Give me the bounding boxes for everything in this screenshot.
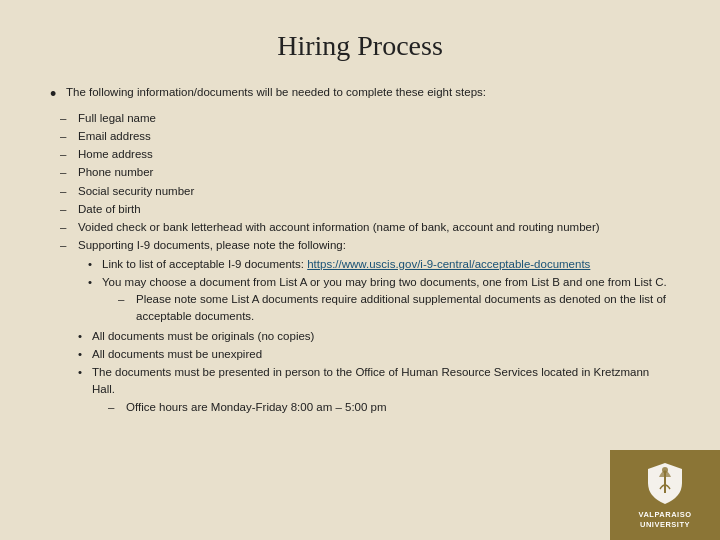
i9-link-item: • Link to list of acceptable I-9 documen… <box>88 256 670 273</box>
i9-note-list: – Please note some List A documents requ… <box>102 291 670 326</box>
dash-icon: – <box>60 183 78 200</box>
i9-link-text: Link to list of acceptable I-9 documents… <box>102 256 590 273</box>
list-item-dob: –Date of birth <box>60 201 670 218</box>
dash-icon: – <box>118 291 136 308</box>
i9-note-item: – Please note some List A documents requ… <box>118 291 670 326</box>
list-item-i9: – Supporting I-9 documents, please note … <box>60 237 670 418</box>
dash-icon: – <box>60 219 78 236</box>
dash-icon: – <box>108 399 126 416</box>
i9-link[interactable]: https://www.uscis.gov/i-9-central/accept… <box>307 258 590 270</box>
bullet-dot-icon: • <box>50 84 66 106</box>
sub-bullet-icon: • <box>88 256 102 273</box>
list-item: –Email address <box>60 128 670 145</box>
list-item: –Phone number <box>60 164 670 181</box>
i9-choice-text: You may choose a document from List A or… <box>102 274 670 327</box>
dash-icon: – <box>60 237 78 254</box>
list-item: –Full legal name <box>60 110 670 127</box>
top-bullet-item: • The following information/documents wi… <box>50 84 670 106</box>
in-person-text: The documents must be presented in perso… <box>92 364 670 417</box>
final-bullet-inperson: • The documents must be presented in per… <box>78 364 670 417</box>
dash-icon: – <box>60 164 78 181</box>
page-title: Hiring Process <box>50 30 670 62</box>
sub-bullet-icon: • <box>78 364 92 381</box>
dash-icon: – <box>60 110 78 127</box>
university-name: VALPARAISO UNIVERSITY <box>638 510 691 530</box>
dash-icon: – <box>60 201 78 218</box>
main-bullet-text: The following information/documents will… <box>66 84 486 101</box>
main-content: • The following information/documents wi… <box>50 84 670 418</box>
sub-bullet-icon: • <box>78 328 92 345</box>
list-item-ssn: –Social security number <box>60 183 670 200</box>
i9-section: Supporting I-9 documents, please note th… <box>78 237 670 418</box>
office-hours-item: – Office hours are Monday-Friday 8:00 am… <box>108 399 670 416</box>
i9-list-choice: • You may choose a document from List A … <box>88 274 670 327</box>
sub-bullet-icon: • <box>78 346 92 363</box>
university-logo: VALPARAISO UNIVERSITY <box>610 450 720 540</box>
shield-icon <box>646 461 684 506</box>
sub-bullet-icon: • <box>88 274 102 291</box>
list-item: –Voided check or bank letterhead with ac… <box>60 219 670 236</box>
page: Hiring Process • The following informati… <box>0 0 720 540</box>
i9-sub-list: • Link to list of acceptable I-9 documen… <box>78 256 670 327</box>
dash-icon: – <box>60 146 78 163</box>
final-bullet-unexpired: • All documents must be unexpired <box>78 346 670 363</box>
list-item: –Home address <box>60 146 670 163</box>
dash-icon: – <box>60 128 78 145</box>
sub-items-list: –Full legal name –Email address –Home ad… <box>50 110 670 418</box>
office-hours-list: – Office hours are Monday-Friday 8:00 am… <box>92 399 670 416</box>
final-bullets-list: • All documents must be originals (no co… <box>78 328 670 417</box>
final-bullet-originals: • All documents must be originals (no co… <box>78 328 670 345</box>
